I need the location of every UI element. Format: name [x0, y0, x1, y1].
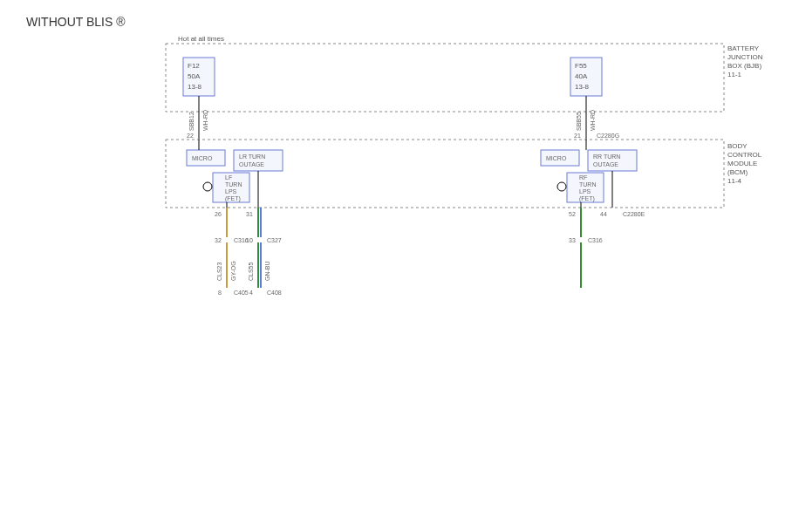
bjb-outline [166, 44, 724, 112]
lf-l1: LF [225, 174, 232, 181]
rf-l1: RF [579, 174, 587, 181]
bjb-l3: BOX (BJB) [727, 62, 761, 70]
micro2-lbl: MICRO [546, 155, 567, 161]
v1b: WH-RD [202, 110, 208, 131]
diagram-title: WITHOUT BLIS ® [26, 15, 126, 29]
p26: 26 [215, 211, 222, 217]
bjb-l2: JUNCTION [727, 53, 763, 61]
v31a: CLS55 [248, 262, 254, 281]
lbl-c405: C405 [234, 290, 249, 296]
f55-l3: 13-8 [575, 83, 590, 91]
v2a: SBB55 [576, 112, 582, 131]
p8: 8 [218, 290, 222, 296]
v2b: WH-RD [590, 110, 596, 131]
v26b: GY-OG [230, 261, 236, 281]
f12-l2: 50A [188, 72, 201, 80]
f55-l2: 40A [575, 72, 588, 80]
bcm-l3: MODULE [727, 160, 757, 167]
p31: 31 [246, 211, 253, 217]
rf-l4: (FET) [579, 195, 595, 202]
p21: 21 [574, 133, 581, 139]
v31b: GN-BU [264, 261, 270, 281]
lbl-c408: C408 [267, 290, 282, 296]
p4: 4 [249, 290, 253, 296]
p44: 44 [600, 211, 607, 217]
lbl-c327: C327 [267, 237, 282, 243]
rro-l2: OUTAGE [593, 161, 618, 167]
bcm-l1: BODY [727, 142, 748, 150]
rf-sym [557, 182, 566, 191]
lf-l3: LPS [225, 188, 237, 194]
bjb-l4: 11-1 [727, 71, 742, 78]
lro-l1: LR TURN [239, 153, 265, 160]
lbl-c316b: C316 [588, 237, 603, 243]
bcm-l5: 11-4 [727, 177, 742, 185]
bcm-l4: (BCM) [727, 168, 748, 176]
lro-l2: OUTAGE [239, 161, 264, 167]
micro1-lbl: MICRO [192, 155, 213, 161]
p52: 52 [569, 211, 576, 217]
p22: 22 [187, 133, 194, 139]
lf-l4: (FET) [225, 195, 241, 202]
conn1: C2280G [597, 133, 619, 139]
lf-l2: TURN [225, 181, 242, 188]
v1a: SBB12 [188, 112, 195, 131]
wiring-diagram: WITHOUT BLIS ® Hot at all times BATTERY … [0, 0, 792, 532]
f12-l1: F12 [188, 62, 200, 70]
v26a: CLS23 [216, 262, 222, 281]
hot-label: Hot at all times [178, 35, 224, 43]
p32: 32 [215, 237, 222, 243]
bcm-l2: CONTROL [727, 151, 762, 159]
f55-l1: F55 [575, 62, 587, 70]
rf-l3: LPS [579, 188, 591, 194]
bjb-l1: BATTERY [727, 44, 760, 52]
rf-l2: TURN [579, 181, 596, 188]
p10: 10 [246, 237, 253, 243]
rro-l1: RR TURN [593, 153, 620, 160]
p33: 33 [569, 237, 576, 243]
lf-sym [203, 182, 212, 191]
f12-l3: 13-8 [188, 83, 202, 91]
conn2: C2280E [623, 211, 645, 217]
